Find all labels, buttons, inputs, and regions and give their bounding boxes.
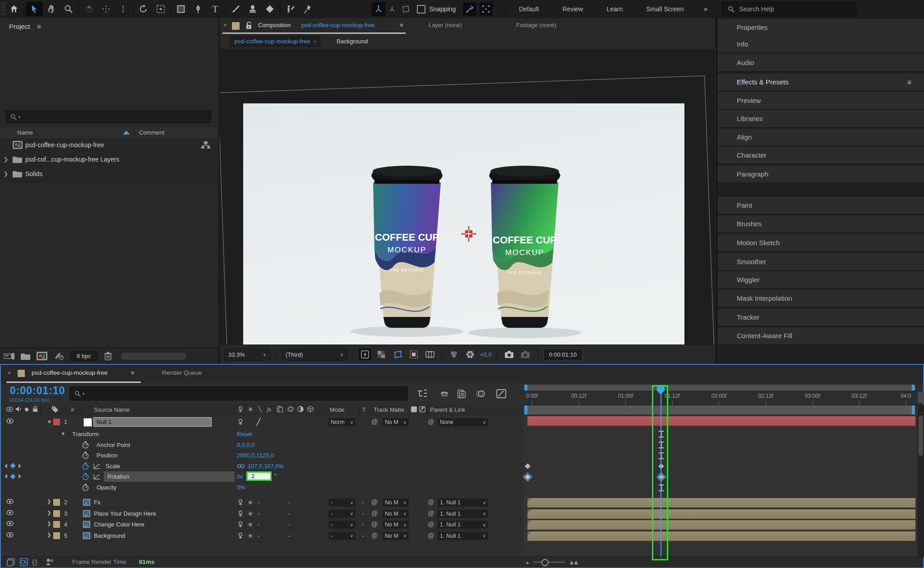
panel-tab-content-aware-fill[interactable]: Content-Aware Fill [718,327,924,344]
layer-bar-background[interactable] [527,531,915,541]
collapse-switch-icon[interactable]: ✳ [248,510,253,517]
current-time-display[interactable]: 0:00:01:10 [10,385,65,397]
fast-previews-icon[interactable] [359,349,371,360]
expand-render-time-icon[interactable] [45,558,53,566]
eye-icon[interactable] [6,532,14,537]
render-queue-tab[interactable]: Render Queue [162,369,202,376]
rotation-value-input[interactable]: 2 [246,471,272,481]
region-of-interest-icon[interactable] [407,349,420,360]
layer-name[interactable]: Fx [94,499,100,506]
collapse-chevron-icon[interactable]: ▼ [47,419,52,424]
workspace-review[interactable]: Review [551,5,595,13]
show-snapshot-icon[interactable] [519,349,532,360]
world-axis-mode[interactable] [385,2,399,16]
help-search-input[interactable]: Search Help [722,2,856,16]
transform-group-row[interactable]: ▼ Transform Reset [1,429,523,440]
zoom-out-icon[interactable]: ▲ [525,560,530,565]
motion-blur-icon[interactable] [474,388,487,399]
anchor-point-row[interactable]: Anchor Point 0,0,0,0 [1,440,523,451]
unlock-icon[interactable] [246,22,253,29]
anchor-point-value[interactable]: 0,0,0,0 [237,442,255,448]
layer-bar-change-color-here[interactable] [527,520,915,530]
keyframe-at-time-icon[interactable] [10,474,16,480]
layer-bar-fx[interactable] [527,498,915,507]
layer-label-color[interactable] [53,510,60,517]
track-matte-pickwhip-icon[interactable]: @ [371,510,378,517]
stopwatch-icon-active[interactable] [82,462,89,470]
expand-in-out-icon[interactable]: { } [32,558,37,566]
rotation-revolutions[interactable]: 0x [237,473,243,480]
column-track-matte[interactable]: Track Matte [374,406,404,413]
column-comment[interactable]: Comment [139,129,164,136]
panel-tab-paint[interactable]: Paint [718,197,924,214]
camera-region-tool[interactable] [152,2,169,16]
fx-switch[interactable]: - [288,510,290,517]
panel-menu-icon[interactable]: ≡ [400,22,403,28]
workspace-default[interactable]: Default [507,5,550,13]
panel-tab-smoother[interactable]: Smoother [718,253,924,270]
scale-row[interactable]: Scale 107,0,107,0% [1,461,523,472]
expand-chevron-icon[interactable]: ❯ [4,156,8,163]
project-panel-menu-icon[interactable]: ≡ [37,23,41,30]
viewer-tab-kind[interactable]: Composition [258,22,291,28]
dolly-camera-tool[interactable] [115,2,132,16]
panel-menu-icon[interactable]: ≡ [907,78,911,86]
project-item-folder-solids[interactable]: ❯ Solids [0,167,218,182]
new-folder-icon[interactable] [21,353,30,360]
panel-menu-icon[interactable]: ≡ [131,369,134,376]
layer-name[interactable]: Change Color Here [94,521,144,528]
panel-tab-brushes[interactable]: Brushes [718,215,924,232]
type-tool[interactable]: T [207,2,224,16]
position-label[interactable]: Position [97,452,117,459]
quality-switch[interactable]: ╱ [256,418,261,426]
keyframe-rotation-start[interactable] [525,474,531,480]
pan-camera-tool[interactable] [97,2,115,16]
grid-guides-icon[interactable] [424,349,436,360]
eraser-tool[interactable] [261,2,278,16]
timeline-vertical-scrollbar[interactable] [918,405,924,557]
footage-viewer-tab[interactable]: Footage (none) [516,22,556,28]
layer-name[interactable]: Place Your Design Here [94,510,156,517]
parent-dropdown[interactable]: 1. Null 1∨ [438,510,488,518]
parent-dropdown[interactable]: None∨ [438,418,488,426]
track-area[interactable] [523,415,917,557]
panel-tab-motion-sketch[interactable]: Motion Sketch [718,234,924,251]
parent-pickwhip-icon[interactable]: @ [428,532,434,539]
expand-chevron-icon[interactable]: ❯ [47,498,51,504]
timeline-zoom-slider[interactable]: ▲ ▲▲ [525,558,593,567]
magnification-dropdown[interactable]: 33.3%∨ [224,349,270,361]
sort-ascending-icon[interactable] [123,130,130,135]
fx-switch[interactable]: - [288,499,290,506]
proxies-toggle-icon[interactable] [54,352,64,360]
timeline-tab-name[interactable]: psd-coffee-cup-mockup-free [32,369,108,376]
parent-pickwhip-icon[interactable]: @ [428,498,434,506]
hand-tool[interactable] [43,2,60,16]
track-matte-dropdown[interactable]: No M∨ [383,510,409,518]
timeline-search-input[interactable]: ▾ [69,386,408,400]
eye-icon[interactable] [6,419,14,424]
preview-time-display[interactable]: 0:00:01:10 [543,349,582,361]
eye-icon[interactable] [6,499,14,504]
pen-tool[interactable] [189,2,207,16]
bit-depth-button[interactable]: 8 bpc [70,351,98,361]
blend-mode-dropdown[interactable]: -∨ [328,510,356,518]
track-matte-pickwhip-icon[interactable]: @ [371,498,378,506]
constrain-proportions-icon[interactable] [237,464,245,469]
zoom-slider-track[interactable] [533,562,565,563]
preserve-transparency-switch[interactable]: - [362,532,364,539]
exposure-value[interactable]: +0,0 [480,351,492,358]
panel-tab-properties[interactable]: Properties [718,19,924,36]
composition-canvas[interactable]: COFFEE CUP MOCKUP PSD EDITABLE [220,49,715,345]
preserve-transparency-switch[interactable]: - [362,510,364,517]
blend-mode-dropdown[interactable]: -∨ [328,521,356,529]
horizontal-scrollbar[interactable] [121,353,186,360]
new-composition-icon[interactable] [37,352,47,360]
graph-override-icon[interactable] [93,463,101,469]
layer-label-color[interactable] [53,521,60,528]
column-source-name[interactable]: Source Name [94,406,129,413]
preserve-transparency-switch[interactable]: - [362,499,364,506]
eye-icon[interactable] [6,521,14,526]
collapse-switch-icon[interactable]: ✳ [248,532,253,540]
panel-tab-align[interactable]: Align [718,129,924,145]
time-ruler[interactable]: 0:00f00:12f01:00f01:12f02:00f02:12f03:00… [523,391,917,405]
